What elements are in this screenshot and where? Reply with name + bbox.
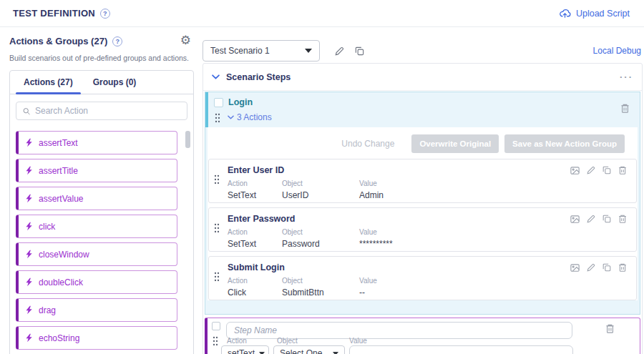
upload-script-label: Upload Script xyxy=(576,9,630,19)
scenario-select[interactable]: Test Scenario 1 xyxy=(203,40,320,62)
screenshot-button[interactable] xyxy=(570,262,580,273)
action-chip[interactable]: assertValue xyxy=(16,187,177,210)
chevron-down-icon[interactable] xyxy=(212,74,220,79)
action-chip[interactable]: assertText xyxy=(16,131,177,154)
duplicate-step-button[interactable] xyxy=(602,262,612,273)
group-name: Login xyxy=(228,97,253,107)
action-chip[interactable]: echoString xyxy=(16,326,177,350)
value-value: ********** xyxy=(359,239,393,249)
image-icon xyxy=(570,262,580,273)
screenshot-button[interactable] xyxy=(570,214,580,225)
actions-groups-header: Actions & Groups (27) ? ⚙ xyxy=(9,36,194,49)
action-chip[interactable]: drag xyxy=(16,298,177,322)
new-step-card: Action Object Value setText Select One xyxy=(205,318,640,354)
more-menu-icon[interactable]: ··· xyxy=(620,72,633,82)
action-chip-label: assertValue xyxy=(39,194,83,204)
object-value: UserID xyxy=(282,190,359,200)
drag-handle-icon[interactable] xyxy=(213,336,218,346)
action-chip[interactable]: doubleClick xyxy=(16,270,177,294)
actions-groups-title: Actions & Groups (27) xyxy=(9,36,107,46)
object-select[interactable]: Select One xyxy=(273,345,345,354)
tab-actions[interactable]: Actions (27) xyxy=(16,71,81,94)
drag-handle-icon[interactable] xyxy=(214,174,220,185)
step-toolbar xyxy=(570,262,628,273)
gear-icon[interactable]: ⚙ xyxy=(180,34,191,46)
action-chip-label: doubleClick xyxy=(39,277,83,287)
save-as-new-action-group-button[interactable]: Save as New Action Group xyxy=(504,134,625,153)
action-select[interactable]: setText xyxy=(221,345,269,354)
action-lightning-icon xyxy=(25,222,33,231)
copy-icon xyxy=(602,214,612,224)
action-group-login: Login 3 Actions Undo Change O xyxy=(205,92,640,315)
step-title: Enter User ID xyxy=(228,165,284,175)
action-label: Action xyxy=(228,277,282,285)
search-input[interactable] xyxy=(35,106,181,116)
value-value: Admin xyxy=(359,190,384,200)
test-definition-page: TEST DEFINITION ? Upload Script Actions … xyxy=(0,0,644,354)
duplicate-scenario-button[interactable] xyxy=(354,46,365,56)
edit-step-button[interactable] xyxy=(586,214,596,225)
action-lightning-icon xyxy=(25,277,33,287)
drag-handle-icon[interactable] xyxy=(215,113,220,123)
step-fields: ActionClick ObjectSubmitBttn Value-- xyxy=(228,277,377,298)
scenario-panel: Test Scenario 1 Local Debug Scenario Ste… xyxy=(203,40,643,354)
delete-group-button[interactable] xyxy=(620,103,630,114)
screenshot-button[interactable] xyxy=(570,165,580,176)
help-icon[interactable]: ? xyxy=(100,9,110,19)
delete-step-button[interactable] xyxy=(618,165,628,176)
group-actions-toggle[interactable]: 3 Actions xyxy=(228,112,272,122)
copy-icon xyxy=(602,165,612,175)
action-chip[interactable]: assertTitle xyxy=(16,159,177,182)
scrollbar-thumb[interactable] xyxy=(185,131,190,148)
action-chip-label: assertTitle xyxy=(39,166,78,176)
group-actions-row: Undo Change Overwrite Original Save as N… xyxy=(208,133,638,159)
tab-groups[interactable]: Groups (0) xyxy=(85,71,145,94)
action-lightning-icon xyxy=(25,138,33,147)
edit-step-button[interactable] xyxy=(586,262,596,273)
actions-groups-panel: Actions & Groups (27) ? ⚙ Build scenario… xyxy=(9,36,194,354)
delete-step-button[interactable] xyxy=(618,214,628,225)
trash-icon xyxy=(620,103,630,114)
upload-script-button[interactable]: Upload Script xyxy=(559,7,630,19)
action-lightning-icon xyxy=(25,333,33,343)
action-chip[interactable]: click xyxy=(16,215,177,238)
image-icon xyxy=(570,165,580,176)
duplicate-step-button[interactable] xyxy=(602,214,612,225)
action-label: Action xyxy=(227,337,247,345)
value-value: -- xyxy=(359,287,377,298)
group-actions-count: 3 Actions xyxy=(237,112,272,122)
local-debug-link[interactable]: Local Debug xyxy=(593,46,641,56)
undo-change-button[interactable]: Undo Change xyxy=(341,139,394,149)
pencil-icon xyxy=(586,262,596,272)
action-lightning-icon xyxy=(25,305,33,315)
group-checkbox[interactable] xyxy=(214,98,223,107)
cloud-upload-icon xyxy=(559,7,571,19)
action-chip-label: closeWindow xyxy=(39,250,89,260)
duplicate-step-button[interactable] xyxy=(602,165,612,176)
step-card-enter-user-id: Enter User ID ActionSetText ObjectUserID… xyxy=(208,159,637,203)
tab-bar: Actions (27) Groups (0) xyxy=(10,71,193,94)
scenario-steps-title: Scenario Steps xyxy=(226,72,291,82)
edit-step-button[interactable] xyxy=(586,165,596,176)
actions-groups-title-row: Actions & Groups (27) ? xyxy=(9,36,122,46)
new-step-checkbox[interactable] xyxy=(212,322,220,330)
delete-step-button[interactable] xyxy=(618,262,628,273)
value-input[interactable] xyxy=(349,345,573,354)
value-label: Value xyxy=(349,337,367,345)
trash-icon xyxy=(618,214,628,224)
action-list-scrollbar[interactable] xyxy=(185,131,191,354)
delete-step-button[interactable] xyxy=(605,323,615,334)
object-value: SubmitBttn xyxy=(282,287,359,298)
step-card-enter-password: Enter Password ActionSetText ObjectPassw… xyxy=(208,207,637,252)
edit-scenario-button[interactable] xyxy=(334,46,345,56)
action-chip[interactable]: closeWindow xyxy=(16,242,177,266)
step-card-submit-login: Submit Login ActionClick ObjectSubmitBtt… xyxy=(208,256,637,300)
help-icon[interactable]: ? xyxy=(112,36,122,46)
drag-handle-icon[interactable] xyxy=(214,223,220,233)
actions-groups-subtitle: Build scenarios out of pre-defined group… xyxy=(9,54,194,62)
page-title: TEST DEFINITION xyxy=(13,8,95,19)
drag-handle-icon[interactable] xyxy=(214,272,220,282)
pencil-icon xyxy=(586,214,596,224)
overwrite-original-button[interactable]: Overwrite Original xyxy=(411,134,499,153)
action-label: Action xyxy=(228,180,282,187)
